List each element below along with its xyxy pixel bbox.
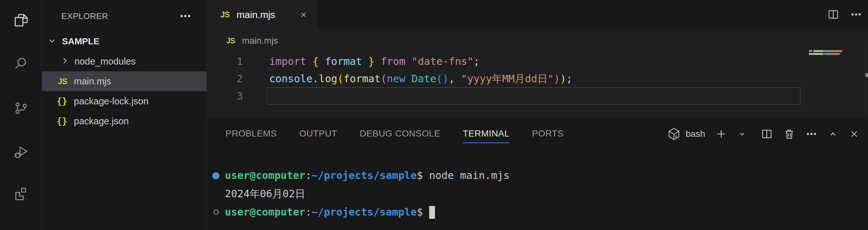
tree-item-label: package-lock.json <box>74 96 148 107</box>
split-editor-icon[interactable] <box>827 8 840 21</box>
explorer-sidebar: EXPLORER SAMPLE node_modules JS main.mjs… <box>42 0 207 230</box>
overview-cursor-marker <box>865 73 868 77</box>
line-number[interactable]: 2 <box>207 70 243 87</box>
sidebar-item-source-control[interactable] <box>0 96 41 121</box>
explorer-header: EXPLORER <box>42 8 206 24</box>
chevron-down-icon <box>47 36 57 47</box>
prompt-path: ~/projects/sample <box>312 166 417 185</box>
split-terminal-icon[interactable] <box>761 128 773 140</box>
command-decoration-success-icon[interactable] <box>207 172 225 179</box>
bottom-panel: PROBLEMS OUTPUT DEBUG CONSOLE TERMINAL P… <box>207 117 868 230</box>
close-icon[interactable] <box>299 10 308 19</box>
javascript-file-icon: JS <box>58 77 67 86</box>
code-token: format <box>343 73 381 85</box>
chevron-right-icon <box>60 56 70 67</box>
prompt-user: user@computer <box>225 203 305 221</box>
search-icon <box>13 56 29 73</box>
tab-main-mjs[interactable]: JS main.mjs <box>207 0 317 29</box>
sidebar-item-run-and-debug[interactable] <box>0 140 41 165</box>
tree-item-main-mjs[interactable]: JS main.mjs <box>42 71 206 91</box>
code-token: ( <box>381 73 387 85</box>
tab-debug-console[interactable]: DEBUG CONSOLE <box>360 125 440 143</box>
tree-item-label: main.mjs <box>74 76 111 87</box>
extensions-icon <box>13 185 29 203</box>
code-text: import { format } from "date-fns"; <box>269 53 479 70</box>
sidebar-item-explorer[interactable] <box>0 9 41 33</box>
new-terminal-icon[interactable] <box>715 128 727 140</box>
overview-ruler[interactable] <box>865 47 868 117</box>
tab-ports[interactable]: PORTS <box>532 125 563 143</box>
prompt-dollar: $ <box>417 203 423 221</box>
close-panel-icon[interactable] <box>848 128 860 140</box>
terminal-command: node main.mjs <box>423 166 510 185</box>
minimap-line <box>809 50 842 52</box>
terminal-actions: $ bash <box>667 125 860 143</box>
code-token: } <box>362 55 375 67</box>
terminal-bash-icon: $ <box>667 127 681 141</box>
code-token: () <box>436 73 449 85</box>
tab-problems[interactable]: PROBLEMS <box>225 125 277 143</box>
code-line[interactable]: 2console.log(format(new Date(), "yyyy年MM… <box>207 70 830 87</box>
prompt-separator: : <box>305 166 311 185</box>
tree-item-package-lock-json[interactable]: {} package-lock.json <box>42 91 206 111</box>
maximize-panel-chevron-up-icon[interactable] <box>827 128 839 140</box>
code-token: new <box>387 73 411 85</box>
terminal-output[interactable]: user@computer:~/projects/sample$ node ma… <box>207 166 868 221</box>
code-editor[interactable]: JS main.mjs 1import { format } from "dat… <box>207 29 868 117</box>
code-line[interactable]: 3 <box>207 87 830 105</box>
line-number[interactable]: 3 <box>207 87 243 105</box>
json-file-icon: {} <box>57 116 67 127</box>
line-number[interactable]: 1 <box>207 53 243 70</box>
code-token <box>375 55 381 67</box>
more-actions-icon[interactable] <box>179 10 192 23</box>
code-token: . <box>313 73 319 85</box>
tree-item-label: node_modules <box>74 56 135 67</box>
code-token: ; <box>473 55 479 67</box>
code-token: ) <box>560 73 566 85</box>
command-decoration-pending-icon[interactable] <box>207 209 225 215</box>
terminal-command-row: user@computer:~/projects/sample$ node ma… <box>207 166 868 185</box>
code-lines: 1import { format } from "date-fns";2cons… <box>207 53 830 105</box>
kill-terminal-trash-icon[interactable] <box>783 128 796 140</box>
explorer-section-sample[interactable]: SAMPLE <box>42 31 206 52</box>
breadcrumb-item[interactable]: main.mjs <box>242 36 278 46</box>
tab-output[interactable]: OUTPUT <box>300 125 337 143</box>
json-file-icon: {} <box>57 96 67 107</box>
minimap[interactable] <box>809 50 844 56</box>
tab-label: main.mjs <box>237 9 275 20</box>
javascript-file-icon: JS <box>226 36 235 45</box>
source-control-icon <box>13 100 29 117</box>
code-token: ; <box>566 73 572 85</box>
code-token: format <box>325 55 362 67</box>
section-label: SAMPLE <box>62 36 100 46</box>
code-token: ( <box>337 73 343 85</box>
activity-bar <box>0 0 42 230</box>
code-token: "date-fns" <box>411 55 473 67</box>
more-actions-icon[interactable] <box>805 128 817 140</box>
code-token: import <box>269 55 313 67</box>
breadcrumb[interactable]: JS main.mjs <box>207 29 278 53</box>
explorer-title: EXPLORER <box>61 11 108 21</box>
code-text: console.log(format(new Date(), "yyyy年MM月… <box>269 70 572 87</box>
prompt-path: ~/projects/sample <box>312 203 417 221</box>
launch-profile-chevron-icon[interactable] <box>737 129 747 139</box>
tree-item-node-modules[interactable]: node_modules <box>42 52 206 71</box>
tree-item-package-json[interactable]: {} package.json <box>42 111 206 131</box>
terminal-cursor <box>429 206 435 219</box>
minimap-line <box>809 53 840 55</box>
sidebar-item-search[interactable] <box>0 52 41 76</box>
svg-text:$: $ <box>675 134 677 139</box>
code-token: "yyyy年MM月dd日" <box>461 73 554 85</box>
javascript-file-icon: JS <box>220 10 230 19</box>
terminal-output-text: 2024年06月02日 <box>225 185 305 203</box>
prompt-separator: : <box>305 203 311 221</box>
prompt-user: user@computer <box>225 166 305 185</box>
tab-terminal[interactable]: TERMINAL <box>463 125 510 143</box>
code-token: console <box>269 73 313 85</box>
shell-label[interactable]: bash <box>685 129 705 139</box>
sidebar-item-extensions[interactable] <box>0 182 41 206</box>
more-actions-icon[interactable] <box>850 8 862 21</box>
files-icon <box>13 12 29 30</box>
code-line[interactable]: 1import { format } from "date-fns"; <box>207 53 830 70</box>
editor-group-actions <box>827 0 862 29</box>
